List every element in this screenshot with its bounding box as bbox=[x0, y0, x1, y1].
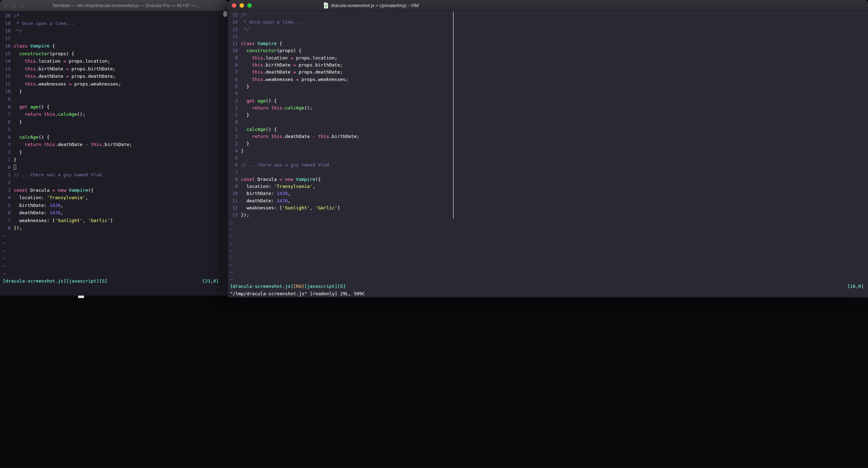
code-text: /* bbox=[14, 12, 19, 20]
minimize-button[interactable] bbox=[240, 3, 244, 8]
code-line[interactable]: 1// ...there was a guy named Vlad bbox=[3, 171, 228, 179]
code-text: get age() { bbox=[14, 103, 50, 111]
code-line[interactable]: 4 bbox=[230, 90, 868, 97]
code-line[interactable]: 13 this.birthDate = props.birthDate; bbox=[3, 65, 228, 73]
code-text: */ bbox=[14, 27, 22, 35]
code-line[interactable]: 16class Vampire { bbox=[3, 42, 228, 50]
code-line[interactable]: 13 */ bbox=[230, 26, 868, 33]
scrollbar-track[interactable] bbox=[223, 11, 228, 296]
code-line[interactable]: 12 bbox=[230, 33, 868, 40]
code-text: } bbox=[14, 88, 22, 95]
vim-editor-area[interactable]: 20/*19 * Once upon a time...18 */1716cla… bbox=[0, 11, 228, 296]
code-line[interactable]: 12 weaknesses: ['Sunlight', 'Garlic'] bbox=[230, 204, 868, 211]
code-line[interactable]: 3 return this.deathDate - this.birthDate… bbox=[3, 141, 228, 148]
code-line[interactable]: 18 */ bbox=[3, 27, 228, 35]
code-text: this.location = props.location; bbox=[241, 55, 337, 62]
code-line[interactable]: 14 * Once upon a time... bbox=[230, 19, 868, 26]
vim-editor-area[interactable]: 15/*14 * Once upon a time...13 */1211cla… bbox=[228, 11, 868, 297]
code-line[interactable]: 5 birthDate: 1428, bbox=[3, 202, 228, 209]
code-line[interactable]: 11 this.weaknesses = props.weaknesses; bbox=[3, 80, 228, 88]
code-line[interactable]: 4 calcAge() { bbox=[3, 133, 228, 141]
code-line[interactable]: 15 constructor(props) { bbox=[3, 50, 228, 58]
code-line[interactable]: 1 calcAge() { bbox=[230, 126, 868, 133]
line-number: 20 bbox=[3, 12, 11, 20]
code-text: // ...there was a guy named Vlad bbox=[14, 171, 102, 179]
code-line[interactable]: 11class Vampire { bbox=[230, 40, 868, 47]
scrollbar-thumb[interactable] bbox=[453, 12, 454, 219]
code-text: get age() { bbox=[241, 97, 277, 105]
line-number: 2 bbox=[3, 179, 11, 186]
code-line[interactable]: 2 } bbox=[3, 148, 228, 156]
close-button[interactable] bbox=[232, 3, 236, 8]
desktop: { "palette": { "fg": "#f8f8f2", "comment… bbox=[0, 0, 868, 468]
minimize-button[interactable] bbox=[12, 3, 16, 8]
code-line[interactable]: 2 return this.calcAge(); bbox=[230, 105, 868, 112]
ex-command-line: "/tmp/dracula-screenshot.js" [readonly] … bbox=[230, 290, 868, 297]
code-line[interactable]: 6 } bbox=[3, 118, 228, 126]
code-text: } bbox=[241, 147, 244, 154]
code-line[interactable]: 10 constructor(props) { bbox=[230, 47, 868, 54]
code-line[interactable]: 14 this.location = props.location; bbox=[3, 57, 228, 65]
code-line[interactable]: 5 bbox=[3, 126, 228, 133]
code-line[interactable]: 7 return this.calcAge(); bbox=[3, 110, 228, 118]
code-text: /* bbox=[241, 12, 247, 19]
code-line[interactable]: 1} bbox=[3, 156, 228, 164]
code-line[interactable]: 12 this.deathDate = props.deathDate; bbox=[3, 72, 228, 80]
code-line[interactable]: 5 bbox=[230, 154, 868, 162]
code-line[interactable]: 17 bbox=[3, 35, 228, 43]
window-title: Terminal — vim /tmp/dracula-screenshot.j… bbox=[28, 3, 224, 8]
code-line[interactable]: 0 bbox=[230, 119, 868, 126]
zoom-button[interactable] bbox=[19, 3, 24, 8]
code-line[interactable]: 3const Dracula = new Vampire({ bbox=[3, 186, 228, 194]
line-number: 4 bbox=[3, 133, 11, 141]
code-line[interactable]: 10 } bbox=[3, 88, 228, 95]
code-line[interactable]: 8 get age() { bbox=[3, 103, 228, 111]
code-line[interactable]: 3 } bbox=[230, 140, 868, 147]
code-line[interactable]: 15/* bbox=[230, 12, 868, 19]
code-line[interactable]: 7 this.deathDate = props.deathDate; bbox=[230, 69, 868, 76]
code-line[interactable]: 13}); bbox=[230, 211, 868, 219]
code-line[interactable]: 1 } bbox=[230, 112, 868, 119]
line-number: 5 bbox=[3, 202, 11, 209]
code-line[interactable]: 8 this.birthDate = props.birthDate; bbox=[230, 62, 868, 69]
code-line[interactable]: 9 location: 'Transylvania', bbox=[230, 183, 868, 190]
scrollbar-thumb[interactable] bbox=[223, 11, 227, 17]
code-line[interactable]: 9 bbox=[3, 95, 228, 103]
zoom-button[interactable] bbox=[247, 3, 252, 8]
code-line[interactable]: 5 } bbox=[230, 83, 868, 90]
empty-line-tilde: ~ bbox=[230, 240, 868, 247]
code-line[interactable]: 6 deathDate: 1476, bbox=[3, 209, 228, 217]
code-line[interactable]: 8const Dracula = new Vampire({ bbox=[230, 176, 868, 183]
code-line[interactable]: 8}); bbox=[3, 224, 228, 232]
code-line[interactable]: 4 location: 'Transylvania', bbox=[3, 194, 228, 202]
code-line[interactable]: 9 this.location = props.location; bbox=[230, 55, 868, 62]
traffic-lights bbox=[228, 3, 252, 8]
code-line[interactable]: 7 bbox=[230, 169, 868, 176]
line-number: 8 bbox=[3, 103, 11, 111]
code-line[interactable]: 20/* bbox=[3, 12, 228, 20]
code-line[interactable]: 19 * Once upon a time... bbox=[3, 20, 228, 27]
code-line[interactable]: 4} bbox=[230, 147, 868, 154]
line-number: 5 bbox=[230, 83, 238, 90]
code-line[interactable]: 2 bbox=[3, 179, 228, 186]
empty-line-tilde: ~ bbox=[230, 254, 868, 261]
code-line[interactable]: 0 bbox=[3, 164, 228, 171]
code-line[interactable]: 6 this.weaknesses = props.weaknesses; bbox=[230, 76, 868, 83]
code-line[interactable]: 11 deathDate: 1476, bbox=[230, 197, 868, 204]
background-window-fragment bbox=[78, 296, 84, 298]
code-line[interactable]: 3 get age() { bbox=[230, 97, 868, 105]
macvim-titlebar[interactable]: dracula-screenshot.js = (/private/tmp) -… bbox=[228, 0, 868, 11]
code-line[interactable]: 10 birthDate: 1428, bbox=[230, 190, 868, 197]
terminal-titlebar[interactable]: Terminal — vim /tmp/dracula-screenshot.j… bbox=[0, 0, 228, 11]
line-number: 3 bbox=[3, 186, 11, 194]
close-button[interactable] bbox=[4, 3, 8, 8]
line-number: 11 bbox=[230, 197, 238, 204]
code-line[interactable]: 6// ...there was a guy named Vlad bbox=[230, 162, 868, 169]
line-number: 18 bbox=[3, 27, 11, 35]
line-number: 3 bbox=[3, 141, 11, 148]
code-line[interactable]: 2 return this.deathDate - this.birthDate… bbox=[230, 133, 868, 140]
code-text: }); bbox=[241, 211, 249, 219]
code-line[interactable]: 7 weaknesses: ['Sunlight', 'Garlic'] bbox=[3, 217, 228, 224]
line-number: 3 bbox=[230, 140, 238, 147]
line-number: 17 bbox=[3, 35, 11, 43]
